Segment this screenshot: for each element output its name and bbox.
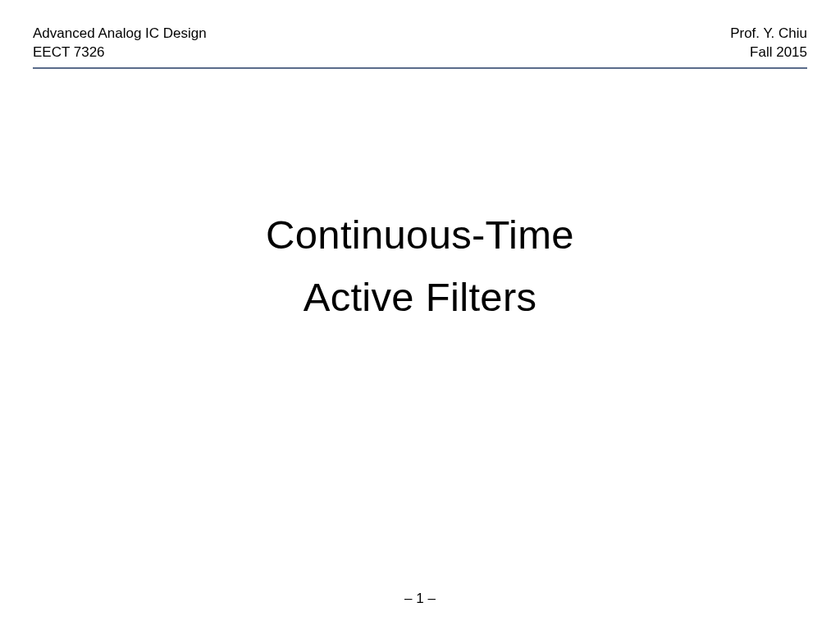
- course-title: Advanced Analog IC Design: [33, 25, 207, 43]
- semester: Fall 2015: [730, 43, 807, 62]
- course-code: EECT 7326: [33, 43, 207, 62]
- header-right-block: Prof. Y. Chiu Fall 2015: [730, 25, 807, 62]
- slide-header: Advanced Analog IC Design EECT 7326 Prof…: [0, 0, 840, 62]
- title-line-2: Active Filters: [0, 267, 840, 329]
- header-left-block: Advanced Analog IC Design EECT 7326: [33, 25, 207, 62]
- professor-name: Prof. Y. Chiu: [730, 25, 807, 43]
- slide-title: Continuous-Time Active Filters: [0, 204, 840, 329]
- page-number: – 1 –: [0, 591, 840, 607]
- header-divider: [33, 67, 807, 69]
- title-line-1: Continuous-Time: [0, 204, 840, 267]
